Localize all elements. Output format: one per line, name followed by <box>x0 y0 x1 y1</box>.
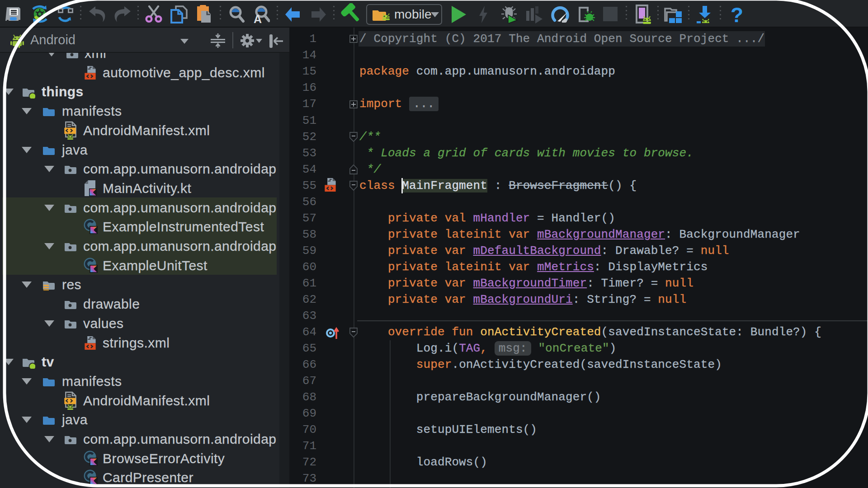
svg-text:A: A <box>254 13 262 23</box>
